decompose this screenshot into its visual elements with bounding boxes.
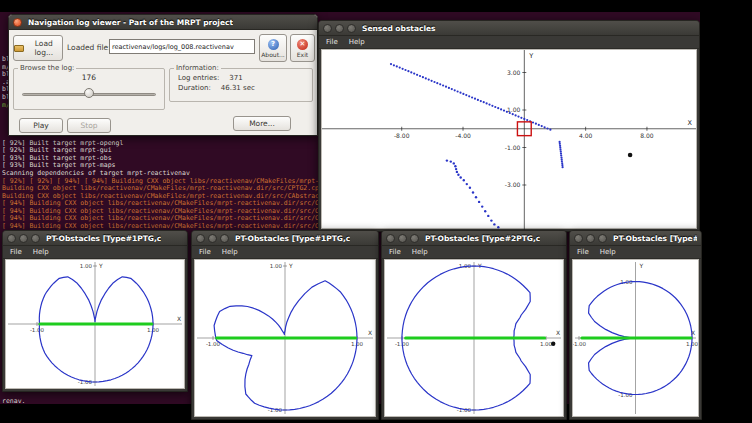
minimize-button[interactable] [398, 234, 407, 243]
close-button[interactable] [574, 234, 583, 243]
wall-scan-point [419, 75, 421, 77]
curved-obstacle-point [481, 205, 483, 207]
slider-thumb[interactable] [84, 88, 94, 98]
window-title: Sensed obstacles [362, 24, 436, 33]
minimize-button[interactable] [335, 24, 344, 33]
curved-obstacle-point [456, 171, 458, 173]
pillar-scan-point [562, 166, 564, 168]
pillar-scan-point [561, 158, 563, 160]
menu-help[interactable]: Help [412, 246, 428, 259]
maximize-button[interactable] [220, 234, 229, 243]
wall-scan-point [431, 80, 433, 82]
menu-file[interactable]: File [199, 246, 211, 259]
x-tick-label: -1.00 [573, 341, 587, 347]
duration-value: 46.31 sec [221, 84, 255, 92]
wall-scan-point [488, 104, 490, 106]
wall-scan-point [448, 87, 450, 89]
x-axis-label: X [177, 315, 181, 322]
y-tick-label: -3.00 [505, 181, 521, 188]
sensed-obstacles-menubar: File Help [319, 36, 699, 49]
close-button[interactable] [13, 18, 22, 27]
pt-obstacles-3-plot[interactable]: -1.001.001.00-1.00XY [385, 260, 563, 416]
wall-scan-point [428, 79, 430, 81]
loaded-file-field[interactable] [109, 39, 255, 54]
pt-obstacles-2-titlebar[interactable]: PT-Obstacles [Type#1PTG,c [192, 231, 378, 246]
play-button[interactable]: Play [19, 118, 63, 133]
minimize-button[interactable] [19, 234, 28, 243]
menu-file[interactable]: File [326, 36, 338, 49]
pillar-scan-point [560, 153, 562, 155]
pt-obstacles-2-plot-area: -1.001.001.00-1.00XY [194, 259, 376, 417]
wall-scan-point [535, 123, 537, 125]
maximize-button[interactable] [347, 24, 356, 33]
pt-obstacles-4-plot[interactable]: -1.001.001.00-1.00XY [573, 260, 698, 416]
menu-help[interactable]: Help [600, 246, 616, 259]
target-point [551, 342, 555, 346]
about-button[interactable]: ? About... [259, 34, 287, 62]
menu-help[interactable]: Help [349, 36, 365, 49]
wall-scan-point [509, 112, 511, 114]
window-title: PT-Obstacles [Type#2PTG,c [425, 234, 540, 243]
close-button[interactable] [196, 234, 205, 243]
log-entries-label: Log entries: [178, 74, 219, 82]
pt-obstacles-window-2: PT-Obstacles [Type#1PTG,c File Help -1.0… [191, 230, 379, 420]
window-title: PT-Obstacles [Type#1PTG,c [235, 234, 350, 243]
wall-scan-point [483, 101, 485, 103]
load-log-button[interactable]: Load log... [13, 35, 63, 61]
wall-scan-point [486, 102, 488, 104]
pt-obstacles-1-plot[interactable]: -1.001.001.00-1.00XY [6, 260, 184, 388]
x-tick-label: 4.00 [579, 132, 593, 139]
pt-obstacles-1-titlebar[interactable]: PT-Obstacles [Type#1PTG,c [3, 231, 187, 246]
curved-obstacle-point [497, 226, 499, 228]
wall-scan-point [517, 116, 519, 118]
pillar-scan-point [560, 151, 562, 153]
pt-obstacles-window-1: PT-Obstacles [Type#1PTG,c File Help -1.0… [2, 230, 188, 392]
menu-file[interactable]: File [577, 246, 589, 259]
wall-scan-point [477, 99, 479, 101]
close-button[interactable] [7, 234, 16, 243]
maximize-button[interactable] [598, 234, 607, 243]
sensed-obstacles-titlebar[interactable]: Sensed obstacles [319, 21, 699, 36]
wall-scan-point [468, 95, 470, 97]
duration-label: Duration: [178, 84, 211, 92]
menu-file[interactable]: File [10, 246, 22, 259]
exit-button[interactable]: ✕ Exit [290, 34, 315, 62]
minimize-button[interactable] [208, 234, 217, 243]
wall-scan-point [538, 124, 540, 126]
pt-obstacles-1-menubar: File Help [3, 246, 187, 259]
curved-obstacle-point [455, 168, 457, 170]
pt-obstacles-3-titlebar[interactable]: PT-Obstacles [Type#2PTG,c [382, 231, 566, 246]
y-tick-label: 3.00 [507, 69, 521, 76]
maximize-button[interactable] [410, 234, 419, 243]
menu-help[interactable]: Help [222, 246, 238, 259]
menu-help[interactable]: Help [33, 246, 49, 259]
logviewer-titlebar[interactable]: Navigation log viewer - Part of the MRPT… [9, 15, 317, 30]
wall-scan-point [442, 84, 444, 86]
wall-scan-point [454, 89, 456, 91]
maximize-button[interactable] [31, 234, 40, 243]
y-tick-label: 1.00 [80, 263, 93, 269]
exit-label: Exit [297, 51, 308, 58]
pt-obstacles-4-titlebar[interactable]: PT-Obstacles [Type#1PTG,c [570, 231, 701, 246]
more-button[interactable]: More... [233, 116, 291, 131]
close-button[interactable] [323, 24, 332, 33]
wall-scan-point [512, 113, 514, 115]
close-button[interactable] [386, 234, 395, 243]
curved-obstacle-point [478, 201, 480, 203]
slider-value: 176 [14, 73, 164, 82]
x-tick-label: 8.00 [640, 132, 654, 139]
wall-scan-point [541, 125, 543, 127]
x-tick-label: -4.00 [455, 132, 471, 139]
minimize-button[interactable] [586, 234, 595, 243]
wall-scan-point [471, 96, 473, 98]
pillar-scan-point [559, 141, 561, 143]
pt-obstacles-2-plot[interactable]: -1.001.001.00-1.00XY [195, 260, 375, 416]
log-entries-value: 371 [229, 74, 242, 82]
sensed-obstacles-plot[interactable]: -8.00-4.004.008.003.001.00-1.00-3.00XY [322, 50, 696, 230]
stop-button[interactable]: Stop [67, 118, 111, 133]
obstacle-outline [39, 277, 153, 382]
curved-obstacle-point [475, 196, 477, 198]
log-position-slider[interactable] [22, 88, 156, 100]
menu-file[interactable]: File [389, 246, 401, 259]
wall-scan-point [515, 114, 517, 116]
